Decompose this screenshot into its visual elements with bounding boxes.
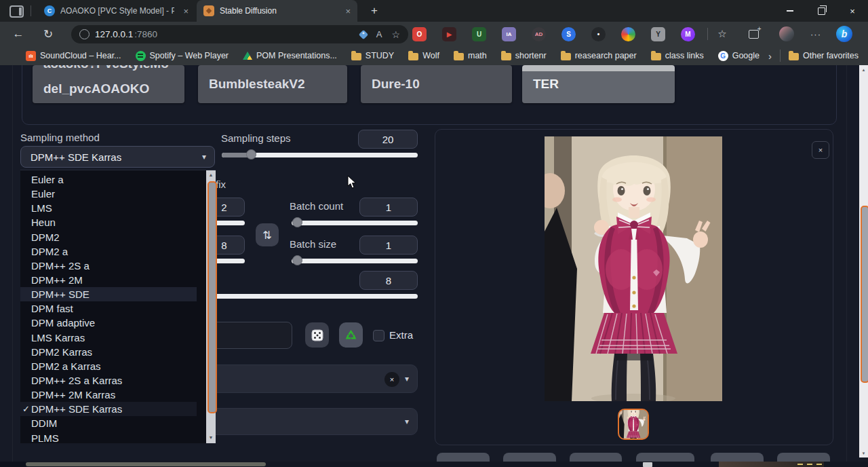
workspaces-icon[interactable] xyxy=(9,5,24,18)
color-wheel-extension-icon[interactable] xyxy=(621,27,635,41)
ia-extension-icon[interactable]: IA xyxy=(502,27,516,41)
cfg-scale-slider[interactable] xyxy=(203,294,418,299)
adblock-extension-icon[interactable]: AD xyxy=(532,27,546,41)
random-seed-button[interactable] xyxy=(305,322,329,348)
bookmark-item[interactable]: class links xyxy=(651,51,704,60)
sampler-option[interactable]: DPM++ 2M xyxy=(20,273,197,287)
reuse-seed-button[interactable] xyxy=(339,322,363,348)
extra-checkbox[interactable] xyxy=(373,330,384,341)
y-extension-icon[interactable]: Y xyxy=(651,27,665,41)
cfg-scale-input[interactable]: 8 xyxy=(359,271,418,290)
scroll-down-icon[interactable]: ▼ xyxy=(859,449,868,457)
restore-button[interactable] xyxy=(806,0,837,22)
add-favorite-icon[interactable]: ☆ xyxy=(391,29,400,40)
scrollbar-thumb[interactable] xyxy=(208,181,217,413)
tag-icon[interactable] xyxy=(359,29,368,39)
generated-image[interactable] xyxy=(545,136,722,401)
profile-avatar[interactable] xyxy=(778,22,795,46)
browser-scrollbar[interactable]: ▲ ▼ xyxy=(859,65,868,457)
sampler-option[interactable]: ✓DPM++ SDE Karras xyxy=(20,402,197,416)
gallery-action-button[interactable] xyxy=(711,453,764,462)
sampling-steps-input[interactable]: 20 xyxy=(358,130,418,149)
checkpoint-card[interactable]: BumblesteakV2 xyxy=(198,65,347,103)
sampler-option[interactable]: DPM++ SDE xyxy=(20,287,197,301)
sampler-option[interactable]: DPM adaptive xyxy=(20,316,197,330)
other-favorites-folder[interactable]: Other favorites xyxy=(789,51,859,60)
batch-count-slider[interactable] xyxy=(292,221,418,225)
scroll-up-icon[interactable]: ▲ xyxy=(859,65,868,74)
gallery-action-button[interactable] xyxy=(777,453,830,462)
sampler-option[interactable]: LMS Karras xyxy=(20,331,197,345)
batch-size-slider[interactable] xyxy=(292,259,418,263)
bookmark-item[interactable]: POM Presentations... xyxy=(243,51,337,60)
sampler-option[interactable]: PLMS xyxy=(20,431,197,445)
options-scrollbar[interactable]: ▲ ▼ xyxy=(206,170,216,443)
sampling-steps-slider[interactable] xyxy=(222,153,418,157)
tab-stable-diffusion[interactable]: Stable Diffusion × xyxy=(197,0,357,22)
collections-icon[interactable] xyxy=(745,22,762,46)
scroll-up-icon[interactable]: ▲ xyxy=(206,170,216,179)
sampler-option[interactable]: DPM++ 2S a Karras xyxy=(20,373,197,388)
sampler-option[interactable]: DDIM xyxy=(20,416,197,430)
settings-menu-icon[interactable]: ··· xyxy=(807,22,825,46)
checkpoint-card[interactable]: aoaoko?PvcStyleMo del_pvcAOAOKO xyxy=(33,65,184,103)
sampler-option[interactable]: DPM2 a Karras xyxy=(20,359,197,373)
bookmark-item[interactable]: GGoogle xyxy=(718,51,760,61)
sampler-option[interactable]: Euler a xyxy=(20,172,197,187)
read-aloud-icon[interactable]: A xyxy=(376,29,382,39)
horizontal-scrollbar-thumb[interactable] xyxy=(26,462,266,466)
bookmark-item[interactable]: math xyxy=(454,51,487,60)
sampler-option[interactable]: DPM2 a xyxy=(20,244,197,259)
scroll-down-icon[interactable]: ▼ xyxy=(206,433,216,442)
bookmark-item[interactable]: reasearch paper xyxy=(561,51,637,60)
batch-size-input[interactable]: 1 xyxy=(359,236,418,255)
swap-dimensions-button[interactable]: ⇅ xyxy=(256,223,279,246)
monica-extension-icon[interactable]: M xyxy=(681,27,695,41)
bookmark-item[interactable]: STUDY xyxy=(351,51,394,60)
bookmarks-overflow-icon[interactable]: › xyxy=(768,50,772,62)
bookmark-item[interactable]: shortenr xyxy=(501,51,547,60)
batch-count-input[interactable]: 1 xyxy=(359,198,418,217)
shield-extension-icon[interactable]: U xyxy=(472,27,486,41)
sampler-option[interactable]: DPM2 xyxy=(20,230,197,244)
red-o-extension-icon[interactable]: O xyxy=(412,27,427,41)
scrollbar-thumb[interactable] xyxy=(861,206,868,383)
sampler-option[interactable]: LMS xyxy=(20,201,197,215)
bookmark-item[interactable]: Spotify – Web Player xyxy=(136,51,229,61)
sampler-option[interactable]: DPM++ 2M Karras xyxy=(20,388,197,402)
sampling-method-dropdown[interactable]: DPM++ SDE Karras ▾ xyxy=(20,146,215,168)
gallery-action-button[interactable] xyxy=(503,453,556,462)
refresh-button[interactable]: ↻ xyxy=(37,22,60,46)
back-button[interactable]: ← xyxy=(7,22,30,46)
checkpoint-card-selected[interactable]: TER xyxy=(522,65,675,103)
seed-input[interactable] xyxy=(207,322,292,349)
close-gallery-icon[interactable]: × xyxy=(812,141,829,159)
favorites-icon[interactable]: ☆ xyxy=(713,22,731,46)
bing-chat-icon[interactable]: b xyxy=(834,22,854,46)
styles-dropdown[interactable]: × ▾ xyxy=(203,365,418,393)
tab-civitai[interactable]: C AOAOKO [PVC Style Model] - PV × xyxy=(37,0,195,22)
checkpoint-card[interactable]: Dure-10 xyxy=(361,65,512,103)
sampler-option[interactable]: DPM++ 2S a xyxy=(20,259,197,273)
slider-handle[interactable] xyxy=(292,217,302,227)
new-tab-button[interactable]: + xyxy=(366,3,382,19)
minimize-button[interactable] xyxy=(774,0,806,22)
video-extension-icon[interactable]: ▶ xyxy=(442,27,456,41)
script-dropdown[interactable]: ▾ xyxy=(203,408,418,435)
gallery-thumbnail[interactable] xyxy=(618,409,649,440)
gallery-action-button[interactable] xyxy=(437,453,490,462)
slider-handle[interactable] xyxy=(246,149,256,160)
close-button[interactable]: × xyxy=(837,0,868,22)
sampler-option[interactable]: Heun xyxy=(20,215,197,229)
bookmark-item[interactable]: ılıSoundCloud – Hear... xyxy=(26,51,121,61)
gallery-action-button[interactable] xyxy=(570,453,622,462)
map-pin-extension-icon[interactable]: • xyxy=(591,27,606,41)
sampler-option[interactable]: Euler xyxy=(20,187,197,201)
sampler-option[interactable]: DPM fast xyxy=(20,301,197,316)
tab-close-icon[interactable]: × xyxy=(183,6,189,16)
slider-handle[interactable] xyxy=(292,255,302,265)
clear-selection-icon[interactable]: × xyxy=(384,372,399,387)
tab-close-icon[interactable]: × xyxy=(345,6,351,16)
address-bar[interactable]: 127.0.0.1 :7860 A ☆ xyxy=(71,25,408,43)
sampler-option[interactable]: DPM2 Karras xyxy=(20,345,197,359)
